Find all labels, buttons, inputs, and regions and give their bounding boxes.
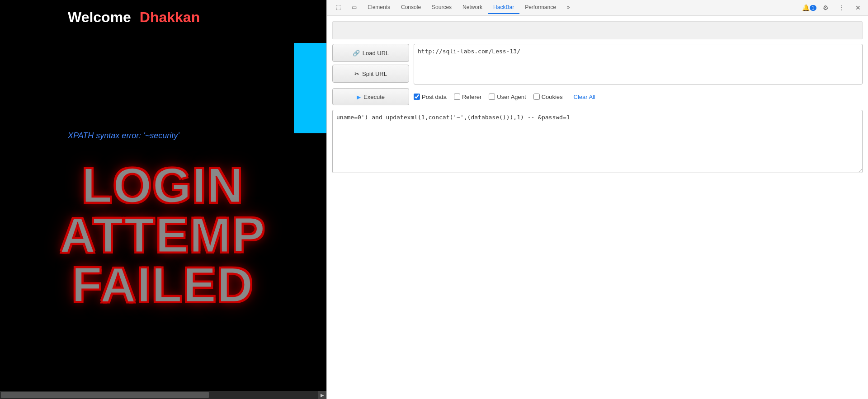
notification-badge: 1 xyxy=(810,5,817,11)
username-label: Dhakkan xyxy=(140,9,200,25)
split-url-label: Split URL xyxy=(362,70,387,77)
hackbar-row1: Load URL Split URL xyxy=(332,44,863,84)
tab-elements[interactable]: Elements xyxy=(362,1,396,14)
referer-checkbox[interactable] xyxy=(454,94,460,100)
tab-network[interactable]: Network xyxy=(457,1,488,14)
hackbar-buttons: Load URL Split URL xyxy=(332,44,409,84)
scrollbar-thumb[interactable] xyxy=(1,392,209,398)
split-url-button[interactable]: Split URL xyxy=(332,65,409,83)
execute-row: Execute Post data Referer User Agent xyxy=(332,88,863,105)
execute-button[interactable]: Execute xyxy=(332,88,409,105)
scroll-right-arrow[interactable]: ▶ xyxy=(318,391,326,399)
post-data-label: Post data xyxy=(422,94,447,100)
user-agent-label: User Agent xyxy=(497,94,526,100)
login-failed-line1: LOGIN ATTEMP xyxy=(0,160,326,260)
more-options-icon[interactable]: ⋮ xyxy=(835,1,848,14)
webpage-panel: Welcome Dhakkan XPATH syntax error: '~se… xyxy=(0,0,326,399)
split-url-icon xyxy=(354,70,359,77)
tab-inspect[interactable]: ⬚ xyxy=(330,1,346,14)
execute-label: Execute xyxy=(363,94,385,100)
tab-console[interactable]: Console xyxy=(396,1,426,14)
devtools-panel: ⬚ ▭ Elements Console Sources Network Hac… xyxy=(326,0,868,399)
main-container: Welcome Dhakkan XPATH syntax error: '~se… xyxy=(0,0,868,399)
hackbar-top-bar xyxy=(332,21,863,39)
cyan-decoration xyxy=(294,43,326,133)
url-input[interactable] xyxy=(414,44,863,84)
user-agent-checkbox[interactable] xyxy=(489,94,495,100)
login-failed-line2: FAILED xyxy=(0,260,326,310)
load-url-icon xyxy=(353,49,360,56)
notification-icon[interactable]: 🔔 1 xyxy=(803,1,816,14)
load-url-button[interactable]: Load URL xyxy=(332,44,409,62)
tab-sources[interactable]: Sources xyxy=(426,1,457,14)
cookies-label: Cookies xyxy=(542,94,563,100)
tab-device[interactable]: ▭ xyxy=(346,1,362,14)
login-failed-banner: LOGIN ATTEMP FAILED xyxy=(0,160,326,310)
cookies-checkbox-item[interactable]: Cookies xyxy=(533,94,563,100)
execute-icon xyxy=(357,93,361,100)
xpath-error-text: XPATH syntax error: '~security' xyxy=(68,131,179,141)
welcome-area: Welcome Dhakkan xyxy=(68,9,200,26)
cookies-checkbox[interactable] xyxy=(533,94,540,100)
scrollbar[interactable]: ▶ xyxy=(0,391,326,399)
clear-all-button[interactable]: Clear All xyxy=(570,94,599,100)
hackbar-content: Load URL Split URL Execute xyxy=(327,16,868,399)
tab-more[interactable]: » xyxy=(561,1,576,14)
close-icon[interactable]: ✕ xyxy=(852,1,864,14)
welcome-label: Welcome xyxy=(68,9,131,25)
load-url-label: Load URL xyxy=(363,50,389,56)
tab-performance[interactable]: Performance xyxy=(519,1,561,14)
post-data-input[interactable] xyxy=(332,110,863,173)
tab-hackbar[interactable]: HackBar xyxy=(488,1,519,14)
referer-label: Referer xyxy=(462,94,481,100)
user-agent-checkbox-item[interactable]: User Agent xyxy=(489,94,526,100)
post-data-checkbox[interactable] xyxy=(414,94,420,100)
devtools-header: ⬚ ▭ Elements Console Sources Network Hac… xyxy=(327,0,868,16)
post-data-checkbox-item[interactable]: Post data xyxy=(414,94,447,100)
checkboxes-row: Post data Referer User Agent Cookies C xyxy=(414,94,863,100)
devtools-icons: 🔔 1 ⚙ ⋮ ✕ xyxy=(803,1,864,14)
referer-checkbox-item[interactable]: Referer xyxy=(454,94,481,100)
settings-icon[interactable]: ⚙ xyxy=(819,1,832,14)
